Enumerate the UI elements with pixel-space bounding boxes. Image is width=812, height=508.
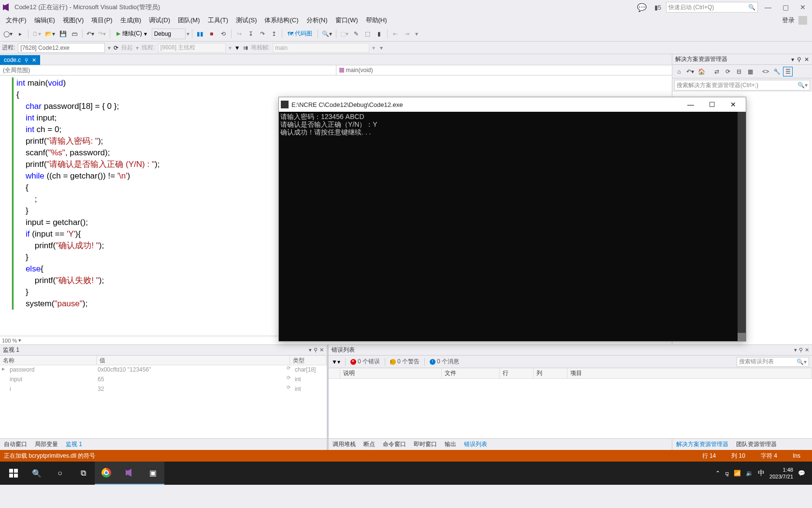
nav-fwd-button[interactable]: ▸ <box>15 29 26 39</box>
soln-refresh-icon[interactable]: ⟳ <box>723 67 733 76</box>
menu-project[interactable]: 项目(P) <box>87 15 116 26</box>
err-col-desc[interactable]: 说明 <box>340 368 442 378</box>
bottom-tab[interactable]: 断点 <box>360 439 379 450</box>
ime-indicator[interactable]: 中 <box>758 469 765 478</box>
pane-close-icon[interactable]: ✕ <box>805 347 809 353</box>
console-output[interactable]: 请输入密码：123456 ABCD 请确认是否输入正确（Y/N）：Y 确认成功！… <box>279 112 746 341</box>
ins-mode[interactable]: Ins <box>785 452 808 459</box>
avatar-icon[interactable] <box>798 16 807 25</box>
stackframe-combo[interactable]: main <box>273 43 369 53</box>
bottom-tab[interactable]: 即时窗口 <box>410 439 441 450</box>
stop-button[interactable]: ■ <box>206 29 217 39</box>
pane-pin-icon[interactable]: ⚲ <box>797 56 801 63</box>
search-button[interactable]: 🔍 <box>25 462 48 485</box>
quicklaunch-input[interactable]: 快速启动 (Ctrl+Q)🔍 <box>666 2 758 13</box>
undo-button[interactable]: ↶▾ <box>85 29 96 39</box>
toggle-hex-button[interactable]: ⬚▾ <box>339 29 350 39</box>
save-button[interactable]: 💾 <box>58 29 68 39</box>
new-item-button[interactable]: 🗋▾ <box>31 29 43 39</box>
soln-preview-icon[interactable]: ☰ <box>783 67 793 76</box>
menu-debug[interactable]: 调试(D) <box>145 15 174 26</box>
pane-close-icon[interactable]: ✕ <box>319 347 324 353</box>
menu-help[interactable]: 帮助(H) <box>362 15 391 26</box>
nav-back-button[interactable]: ◯▾ <box>2 29 14 39</box>
restart-button[interactable]: ⟲ <box>218 29 229 39</box>
show-next-stmt-button[interactable]: ↪ <box>234 29 245 39</box>
console-close-button[interactable]: ✕ <box>723 98 744 111</box>
start-button[interactable] <box>2 462 25 485</box>
pin-icon[interactable]: ⚲ <box>25 58 28 63</box>
message-count[interactable]: i0 个消息 <box>430 358 459 366</box>
console-maximize-button[interactable]: ☐ <box>701 98 723 111</box>
wifi-icon[interactable]: 📶 <box>734 470 741 477</box>
file-tab[interactable]: code.c ⚲ ✕ <box>0 55 40 65</box>
err-col-proj[interactable]: 项目 <box>567 368 812 378</box>
filter-icon[interactable]: ▼▾ <box>332 359 340 365</box>
outdent-button[interactable]: ⇤ <box>390 29 401 39</box>
watch-row[interactable]: input65⟳int <box>0 375 327 385</box>
pane-dropdown-icon[interactable]: ▾ <box>794 347 797 353</box>
bottom-tab[interactable]: 监视 1 <box>62 439 86 450</box>
menu-window[interactable]: 窗口(W) <box>332 15 362 26</box>
err-col-line[interactable]: 行 <box>500 368 534 378</box>
menu-view[interactable]: 视图(V) <box>59 15 87 26</box>
feedback-icon[interactable]: 💬 <box>634 3 650 12</box>
console-minimize-button[interactable]: — <box>680 98 701 111</box>
taskview-button[interactable]: ⧉ <box>72 462 95 485</box>
scope-combo[interactable]: (全局范围) <box>0 65 336 75</box>
soln-back-icon[interactable]: ↶▾ <box>685 67 695 76</box>
bottom-tab[interactable]: 局部变量 <box>31 439 62 450</box>
menu-file[interactable]: 文件(F) <box>2 15 30 26</box>
uncomment-button[interactable]: ⬚ <box>362 29 373 39</box>
show-threads-button[interactable]: ⇉ <box>243 45 248 51</box>
network-icon[interactable]: ⚼ <box>725 470 729 477</box>
tab-close-icon[interactable]: ✕ <box>32 57 36 63</box>
function-combo[interactable]: main(void) <box>336 65 672 75</box>
watch-grid[interactable]: 名称 值 类型 ▸password0x00cffd10 "123456"⟳cha… <box>0 356 327 438</box>
watch-col-value[interactable]: 值 <box>97 356 290 365</box>
pane-dropdown-icon[interactable]: ▾ <box>309 347 312 353</box>
cortana-button[interactable]: ○ <box>48 462 72 485</box>
soln-sync-icon[interactable]: ⇄ <box>712 67 722 76</box>
tray-up-icon[interactable]: ⌃ <box>715 470 720 477</box>
watch-row[interactable]: i32⟳int <box>0 385 327 394</box>
menu-tools[interactable]: 工具(T) <box>204 15 232 26</box>
watch-col-name[interactable]: 名称 <box>0 356 97 365</box>
warning-count[interactable]: !0 个警告 <box>390 358 420 366</box>
zoom-level[interactable]: 100 % <box>2 338 17 344</box>
soln-house-icon[interactable]: 🏠 <box>696 67 706 76</box>
visualstudio-icon[interactable] <box>118 462 141 485</box>
soln-collapse-icon[interactable]: ⊟ <box>734 67 744 76</box>
bottom-tab[interactable]: 调用堆栈 <box>329 439 360 450</box>
continue-button[interactable]: ▶继续(C)▾ <box>113 29 151 39</box>
pane-dropdown-icon[interactable]: ▾ <box>791 56 794 63</box>
bottom-tab[interactable]: 命令窗口 <box>379 439 410 450</box>
open-file-button[interactable]: 📂▾ <box>44 29 57 39</box>
volume-icon[interactable]: 🔉 <box>746 470 753 477</box>
bottom-tab[interactable]: 团队资源管理器 <box>732 439 781 450</box>
clock[interactable]: 1:48 2023/7/21 <box>769 466 793 480</box>
indent-button[interactable]: ⇥ <box>402 29 412 39</box>
minimize-button[interactable]: — <box>761 3 775 11</box>
soln-search-input[interactable]: 搜索解决方案资源管理器(Ctrl+;)🔍▾ <box>674 80 810 90</box>
err-col-col[interactable]: 列 <box>534 368 567 378</box>
watch-col-type[interactable]: 类型 <box>290 356 327 365</box>
pane-close-icon[interactable]: ✕ <box>804 56 809 63</box>
codemap-button[interactable]: 🗺 代码图 <box>285 30 315 38</box>
menu-arch[interactable]: 体系结构(C) <box>261 15 302 26</box>
error-grid[interactable]: 说明 文件 行 列 项目 <box>329 368 812 438</box>
pane-pin-icon[interactable]: ⚲ <box>799 347 803 353</box>
comment-button[interactable]: ✎ <box>351 29 362 39</box>
save-all-button[interactable]: 🗃 <box>69 29 80 39</box>
soln-properties-icon[interactable]: 🔧 <box>772 67 782 76</box>
sign-in-link[interactable]: 登录 <box>782 16 795 25</box>
error-count[interactable]: ✕0 个错误 <box>350 358 380 366</box>
notifications-flag[interactable]: ▮5 <box>652 4 663 11</box>
soln-showall-icon[interactable]: ▦ <box>745 67 755 76</box>
bottom-tab[interactable]: 输出 <box>441 439 460 450</box>
redo-button[interactable]: ↷▾ <box>97 29 107 39</box>
bottom-tab[interactable]: 自动窗口 <box>0 439 31 450</box>
console-taskbar-icon[interactable]: ▣ <box>141 462 164 485</box>
bottom-tab[interactable]: 解决方案资源管理器 <box>672 439 732 450</box>
config-combo[interactable]: Debug <box>152 29 186 39</box>
